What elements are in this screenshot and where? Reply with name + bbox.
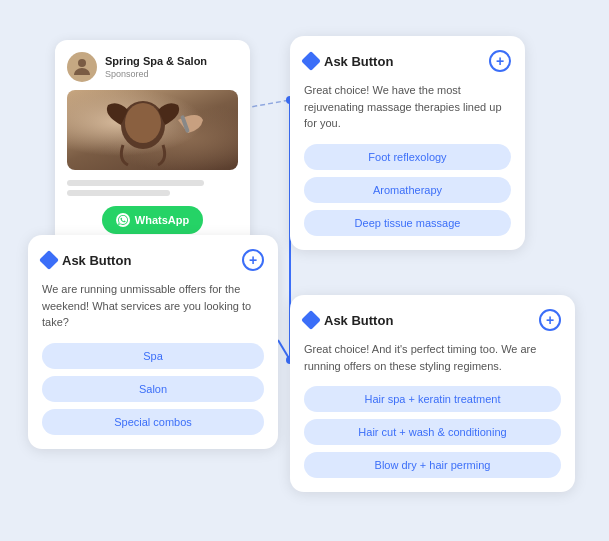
diamond-icon <box>301 51 321 71</box>
panel-bottom-left-plus[interactable]: + <box>242 249 264 271</box>
panel-bottom-right-header: Ask Button + <box>304 309 561 331</box>
option-salon[interactable]: Salon <box>42 376 264 402</box>
panel-bottom-left-title-row: Ask Button <box>42 253 131 268</box>
option-special-combos[interactable]: Special combos <box>42 409 264 435</box>
panel-bottom-right-body: Great choice! And it's perfect timing to… <box>304 341 561 374</box>
option-hair-cut-wash[interactable]: Hair cut + wash & conditioning <box>304 419 561 445</box>
svg-line-2 <box>278 340 290 360</box>
svg-point-6 <box>78 59 86 67</box>
page-container: Spring Spa & Salon Sponsored <box>0 0 609 541</box>
diamond-icon-2 <box>39 250 59 270</box>
panel-top-right-title: Ask Button <box>324 54 393 69</box>
option-aromatherapy[interactable]: Aromatherapy <box>304 177 511 203</box>
ad-header: Spring Spa & Salon Sponsored <box>67 52 238 82</box>
avatar <box>67 52 97 82</box>
ad-lines <box>67 180 238 196</box>
option-blow-dry[interactable]: Blow dry + hair perming <box>304 452 561 478</box>
panel-top-right-title-row: Ask Button <box>304 54 393 69</box>
panel-top-right: Ask Button + Great choice! We have the m… <box>290 36 525 250</box>
panel-bottom-right-title-row: Ask Button <box>304 313 393 328</box>
panel-top-right-header: Ask Button + <box>304 50 511 72</box>
option-hair-spa-keratin[interactable]: Hair spa + keratin treatment <box>304 386 561 412</box>
diamond-icon-3 <box>301 310 321 330</box>
whatsapp-label: WhatsApp <box>135 214 189 226</box>
svg-point-8 <box>125 103 161 143</box>
option-foot-reflexology[interactable]: Foot reflexology <box>304 144 511 170</box>
ad-line-1 <box>67 180 204 186</box>
whatsapp-icon <box>116 213 130 227</box>
whatsapp-button[interactable]: WhatsApp <box>102 206 203 234</box>
option-spa[interactable]: Spa <box>42 343 264 369</box>
ad-image <box>67 90 238 170</box>
ad-sponsored: Sponsored <box>105 69 207 79</box>
panel-bottom-right: Ask Button + Great choice! And it's perf… <box>290 295 575 492</box>
ad-card: Spring Spa & Salon Sponsored <box>55 40 250 246</box>
panel-bottom-right-title: Ask Button <box>324 313 393 328</box>
ad-line-2 <box>67 190 170 196</box>
panel-bottom-right-plus[interactable]: + <box>539 309 561 331</box>
option-deep-tissue[interactable]: Deep tissue massage <box>304 210 511 236</box>
panel-top-right-plus[interactable]: + <box>489 50 511 72</box>
panel-bottom-left: Ask Button + We are running unmissable o… <box>28 235 278 449</box>
panel-bottom-left-title: Ask Button <box>62 253 131 268</box>
panel-top-right-body: Great choice! We have the most rejuvenat… <box>304 82 511 132</box>
panel-bottom-left-header: Ask Button + <box>42 249 264 271</box>
ad-name: Spring Spa & Salon <box>105 55 207 68</box>
panel-bottom-left-body: We are running unmissable offers for the… <box>42 281 264 331</box>
